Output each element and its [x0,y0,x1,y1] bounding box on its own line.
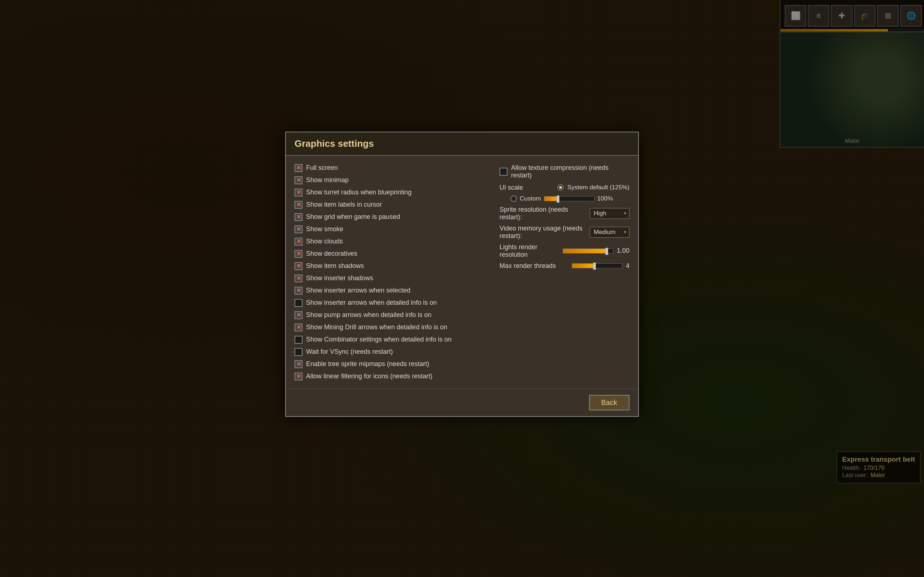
setting-row-show-clouds: Show clouds [294,237,485,247]
label-show-inserter-shadows: Show inserter shadows [306,274,373,282]
label-show-minimap: Show minimap [306,176,349,184]
setting-row-show-turret-radius: Show turret radius when blueprinting [294,187,485,198]
video-memory-label: Video memory usage (needs restart): [499,225,586,240]
lights-render-fill [563,249,607,253]
label-enable-tree-mipmaps: Enable tree sprite mipmaps (needs restar… [306,360,429,368]
checkbox-show-item-shadows[interactable] [294,262,302,270]
setting-row-allow-linear-filtering: Allow linear filtering for icons (needs … [294,371,485,382]
label-show-smoke: Show smoke [306,226,343,233]
video-memory-value: Medium [594,229,615,236]
dialog-header: Graphics settings [286,132,638,156]
sprite-resolution-row: Sprite resolution (needs restart): High [499,206,630,221]
checkbox-show-grid-paused[interactable] [294,213,302,221]
ui-scale-custom-label: Custom [520,195,541,202]
ui-scale-label: UI scale [499,184,554,192]
checkbox-wait-vsync[interactable] [294,348,302,356]
label-show-decoratives: Show decoratives [306,250,357,258]
lights-render-thumb[interactable] [605,248,608,255]
setting-row-show-mining-drill-arrows: Show Mining Drill arrows when detailed i… [294,322,485,332]
ui-scale-fill [544,197,558,201]
ui-scale-thumb[interactable] [557,195,559,203]
dialog-body: Full screenShow minimapShow turret radiu… [286,156,638,389]
checkbox-show-clouds[interactable] [294,238,302,246]
label-show-item-shadows: Show item shadows [306,262,364,270]
ui-scale-pct: 100% [597,195,613,202]
lights-render-label: Lights render resolution [499,243,559,259]
lights-render-value: 1.00 [617,247,630,255]
label-show-inserter-arrows-selected: Show inserter arrows when selected [306,287,410,294]
setting-row-show-minimap: Show minimap [294,175,485,185]
dialog-overlay: Graphics settings Full screenShow minima… [0,0,924,577]
checkbox-show-inserter-shadows[interactable] [294,274,302,282]
ui-scale-system-default-radio[interactable] [557,184,564,191]
checkbox-show-item-labels[interactable] [294,201,302,209]
setting-row-enable-tree-mipmaps: Enable tree sprite mipmaps (needs restar… [294,359,485,369]
max-render-threads-value: 4 [626,262,630,270]
allow-texture-compression-row: Allow texture compression (needs restart… [499,163,630,180]
graphics-settings-dialog: Graphics settings Full screenShow minima… [285,132,639,417]
setting-row-show-combinator-settings: Show Combinator settings when detailed i… [294,335,485,345]
lights-render-slider[interactable] [563,248,613,253]
max-render-threads-row: Max render threads 4 [499,262,630,270]
dialog-title: Graphics settings [294,138,630,149]
checkbox-show-decoratives[interactable] [294,250,302,258]
setting-row-show-pump-arrows: Show pump arrows when detailed info is o… [294,310,485,320]
checkbox-show-turret-radius[interactable] [294,189,302,197]
allow-texture-compression-label: Allow texture compression (needs restart… [511,164,630,179]
checkbox-show-combinator-settings[interactable] [294,336,302,344]
back-button[interactable]: Back [589,395,630,410]
video-memory-row: Video memory usage (needs restart): Medi… [499,225,630,240]
label-allow-linear-filtering: Allow linear filtering for icons (needs … [306,372,432,380]
checkbox-enable-tree-mipmaps[interactable] [294,360,302,368]
dialog-footer: Back [286,389,638,416]
ui-scale-slider[interactable] [544,196,594,201]
ui-scale-system-default-label: System default (125%) [567,184,630,191]
ui-scale-row: UI scale System default (125%) [499,184,630,192]
setting-row-show-inserter-arrows-selected: Show inserter arrows when selected [294,285,485,296]
ui-scale-custom-row: Custom 100% [510,195,630,202]
max-render-threads-thumb[interactable] [593,263,596,270]
checkbox-show-pump-arrows[interactable] [294,311,302,319]
left-column: Full screenShow minimapShow turret radiu… [294,163,485,382]
setting-row-full-screen: Full screen [294,163,485,173]
label-show-clouds: Show clouds [306,238,343,245]
checkbox-show-inserter-arrows-selected[interactable] [294,287,302,295]
checkbox-show-minimap[interactable] [294,176,302,184]
setting-row-show-inserter-shadows: Show inserter shadows [294,273,485,284]
ui-scale-custom-radio[interactable] [510,195,517,202]
label-show-turret-radius: Show turret radius when blueprinting [306,189,412,196]
allow-texture-compression-checkbox[interactable] [499,168,507,176]
setting-row-show-item-shadows: Show item shadows [294,261,485,271]
max-render-threads-label: Max render threads [499,262,568,270]
max-render-threads-fill [572,264,594,268]
checkbox-show-smoke[interactable] [294,226,302,233]
label-show-grid-paused: Show grid when game is paused [306,213,400,221]
lights-render-row: Lights render resolution 1.00 [499,243,630,259]
sprite-resolution-value: High [594,210,606,217]
checkbox-show-inserter-arrows-detailed[interactable] [294,299,302,307]
setting-row-show-inserter-arrows-detailed: Show inserter arrows when detailed info … [294,298,485,308]
checkbox-full-screen[interactable] [294,164,302,172]
sprite-resolution-label: Sprite resolution (needs restart): [499,206,586,221]
setting-row-wait-vsync: Wait for VSync (needs restart) [294,347,485,357]
label-show-pump-arrows: Show pump arrows when detailed info is o… [306,311,431,319]
setting-row-show-smoke: Show smoke [294,224,485,234]
label-show-mining-drill-arrows: Show Mining Drill arrows when detailed i… [306,324,447,331]
label-show-inserter-arrows-detailed: Show inserter arrows when detailed info … [306,299,437,306]
right-column: Allow texture compression (needs restart… [499,163,630,382]
label-show-combinator-settings: Show Combinator settings when detailed i… [306,336,452,343]
checkbox-allow-linear-filtering[interactable] [294,372,302,380]
label-show-item-labels: Show item labels in cursor [306,201,382,208]
setting-row-show-item-labels: Show item labels in cursor [294,200,485,210]
label-wait-vsync: Wait for VSync (needs restart) [306,348,393,356]
video-memory-dropdown[interactable]: Medium [590,227,630,238]
setting-row-show-decoratives: Show decoratives [294,249,485,259]
setting-row-show-grid-paused: Show grid when game is paused [294,212,485,222]
label-full-screen: Full screen [306,164,338,172]
checkbox-show-mining-drill-arrows[interactable] [294,324,302,331]
sprite-resolution-dropdown[interactable]: High [590,208,630,219]
max-render-threads-slider[interactable] [572,263,622,268]
